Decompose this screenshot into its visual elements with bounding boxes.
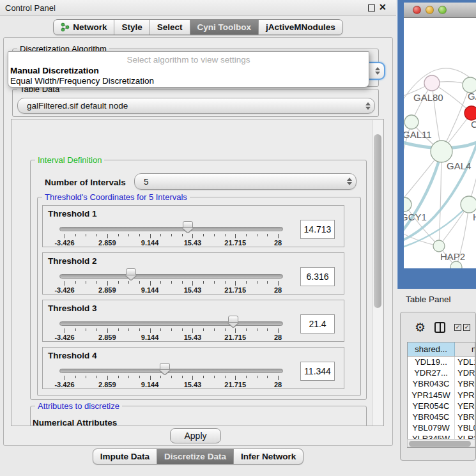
- table-cell[interactable]: YDL19...: [408, 357, 455, 367]
- table-cell[interactable]: YBR045C: [408, 411, 455, 422]
- gear-icon[interactable]: ⚙: [415, 321, 426, 334]
- threshold-2-value[interactable]: 6.316: [300, 267, 335, 286]
- option-manual-discretization[interactable]: Manual Discretization: [10, 66, 99, 75]
- tick-mark: [235, 234, 236, 238]
- table-panel-title: Table Panel: [406, 295, 451, 304]
- checkbox-icon[interactable]: ✓: [454, 324, 461, 331]
- tab-cyni-toolbox[interactable]: Cyni Toolbox: [190, 20, 259, 35]
- threshold-1-value[interactable]: 14.713: [300, 220, 335, 239]
- tick-mark: [160, 328, 161, 331]
- tab-label: Cyni Toolbox: [197, 22, 252, 32]
- slider-tick-labels: -3.4262.8599.14415.4321.71528: [59, 239, 283, 247]
- tick-label: 2.859: [88, 286, 127, 294]
- option-equal-width-frequency[interactable]: Equal Width/Frequency Discretization: [10, 76, 154, 86]
- apply-button[interactable]: Apply: [170, 428, 221, 443]
- table-cell[interactable]: YBL079W: [408, 422, 455, 433]
- network-node[interactable]: [461, 196, 476, 213]
- tick-label: 21.715: [216, 286, 254, 294]
- tick-mark: [118, 234, 119, 236]
- table-cell[interactable]: YER054C: [408, 401, 455, 411]
- tab-discretize-data[interactable]: Discretize Data: [157, 449, 233, 464]
- threshold-label: Threshold 4: [48, 351, 97, 360]
- tick-label: 28: [259, 381, 297, 388]
- slider-tick-labels: -3.4262.8599.14415.4321.71528: [59, 381, 283, 388]
- table-cell[interactable]: YBR043C: [408, 378, 455, 389]
- tab-style[interactable]: Style: [114, 20, 149, 35]
- num-intervals-combobox[interactable]: 5: [134, 173, 357, 190]
- minimize-traffic-light-icon[interactable]: [426, 6, 434, 14]
- table-row[interactable]: YPR145WYPR1: [408, 390, 475, 401]
- tab-impute-data[interactable]: Impute Data: [93, 449, 157, 464]
- table-cell[interactable]: YBL0: [455, 422, 475, 433]
- threshold-1-slider[interactable]: [59, 227, 283, 231]
- column-header-name[interactable]: na: [455, 342, 475, 356]
- column-header-shared-name[interactable]: shared...: [408, 342, 455, 356]
- table-row[interactable]: YBR045CYBR0: [408, 411, 475, 422]
- slider-handle[interactable]: [160, 363, 170, 370]
- tick-mark: [267, 281, 268, 284]
- tick-mark: [128, 281, 129, 284]
- network-window-titlebar[interactable]: [404, 3, 476, 18]
- slider-handle[interactable]: [183, 221, 193, 228]
- network-node[interactable]: [424, 75, 440, 91]
- table-cell[interactable]: YPR1: [455, 390, 475, 401]
- network-node[interactable]: [404, 115, 418, 129]
- table-row[interactable]: YBR043CYBR0: [408, 378, 475, 389]
- threshold-3-value[interactable]: 21.4: [300, 314, 335, 334]
- tick-mark: [171, 281, 172, 284]
- network-node[interactable]: [431, 141, 452, 162]
- network-node[interactable]: [404, 197, 411, 211]
- close-traffic-light-icon[interactable]: [413, 6, 421, 14]
- tick-mark: [139, 234, 140, 236]
- tick-mark: [128, 234, 129, 236]
- threshold-3-slider[interactable]: [59, 321, 283, 326]
- tick-label: 21.715: [216, 334, 254, 341]
- tick-mark: [160, 234, 161, 236]
- network-edge-highlighted[interactable]: [404, 151, 441, 238]
- tab-label: Infer Network: [241, 452, 296, 461]
- table-data-combobox[interactable]: galFiltered.sif default node: [17, 98, 375, 114]
- network-node[interactable]: [433, 240, 445, 252]
- table-hscrollbar[interactable]: [407, 439, 475, 447]
- node-table[interactable]: shared... na YDL19...YDL1YDR27...YDR2YBR…: [407, 342, 475, 448]
- tick-label: 28: [259, 286, 297, 294]
- table-cell[interactable]: YBR0: [455, 378, 475, 389]
- table-cell[interactable]: YPR145W: [408, 390, 455, 401]
- columns-icon[interactable]: [434, 322, 445, 333]
- table-cell[interactable]: YDR27...: [408, 367, 455, 378]
- close-icon[interactable]: ✕: [379, 2, 387, 12]
- tick-mark: [246, 376, 247, 378]
- table-row[interactable]: YER054CYER0: [408, 401, 475, 411]
- scrollbar-thumb[interactable]: [374, 134, 381, 308]
- tab-network[interactable]: Network: [54, 20, 114, 35]
- table-cell[interactable]: YBR0: [455, 411, 475, 422]
- table-panel: ⚙ ✓ ✓ shared... na YDL19...YDL1YDR27...Y…: [400, 312, 476, 461]
- table-row[interactable]: YBL079WYBL0: [408, 422, 475, 433]
- settings-scrollbar[interactable]: [372, 120, 383, 426]
- table-cell[interactable]: YDL1: [455, 357, 475, 367]
- threshold-4-slider[interactable]: [59, 369, 283, 373]
- network-node[interactable]: [464, 106, 476, 120]
- tab-select[interactable]: Select: [150, 20, 190, 35]
- node-label: GAL4: [447, 160, 471, 171]
- table-row[interactable]: YDL19...YDL1: [408, 357, 475, 367]
- zoom-traffic-light-icon[interactable]: [438, 6, 447, 14]
- network-canvas[interactable]: GAL80GACGAL11GAL4GCY1HHAP2: [404, 18, 476, 268]
- num-intervals-label: Number of Intervals: [45, 178, 126, 187]
- tab-infer-network[interactable]: Infer Network: [233, 449, 303, 464]
- threshold-4-value[interactable]: 11.344: [300, 362, 335, 381]
- checkbox-icon[interactable]: ✓: [463, 324, 470, 331]
- threshold-4-panel: Threshold 4 -3.4262.8599.14415.4321.7152…: [42, 347, 344, 389]
- tab-jactivemnodules[interactable]: jActiveMNodules: [258, 20, 342, 35]
- tick-mark: [75, 281, 76, 284]
- threshold-2-slider[interactable]: [59, 274, 283, 279]
- table-cell[interactable]: YDR2: [455, 367, 475, 378]
- network-edge[interactable]: [439, 151, 441, 246]
- slider-handle[interactable]: [228, 316, 238, 323]
- table-cell[interactable]: YER0: [455, 401, 475, 411]
- tick-label: 21.715: [216, 381, 254, 388]
- table-row[interactable]: YDR27...YDR2: [408, 367, 475, 378]
- float-window-icon[interactable]: [368, 4, 375, 12]
- slider-handle[interactable]: [126, 268, 136, 275]
- scrollbar-thumb[interactable]: [409, 441, 471, 447]
